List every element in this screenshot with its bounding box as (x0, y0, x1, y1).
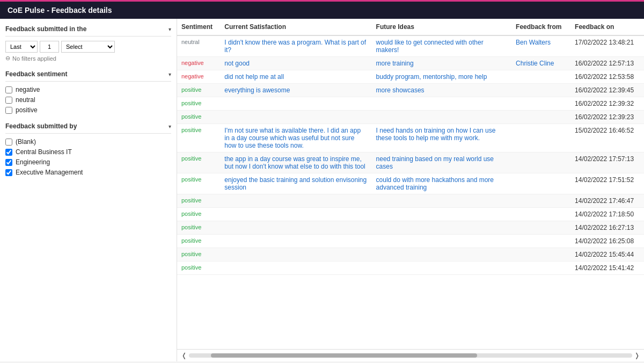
number-input[interactable] (40, 41, 59, 53)
scroll-right-arrow[interactable]: ❭ (634, 352, 640, 359)
submitted-by-checkbox-engineering[interactable] (5, 159, 12, 166)
submitted-by-label-blank: (Blank) (16, 138, 36, 146)
feedback-on-cell: 16/02/2022 12:39:23 (570, 111, 644, 124)
table-scroll-area[interactable]: SentimentCurrent SatisfactionFuture Idea… (177, 19, 644, 349)
sentiment-checkbox-label-positive: positive (16, 106, 38, 114)
future-ideas-cell (372, 111, 512, 124)
submitted-in-label: Feedback submitted in the (5, 25, 86, 33)
feedback-from-cell (511, 70, 570, 84)
scroll-thumb (211, 353, 477, 358)
sentiment-cell: neutral (177, 35, 220, 57)
sentiment-header[interactable]: Feedback sentiment ▾ (5, 70, 171, 82)
feedback-on-cell: 17/02/2022 13:48:21 (570, 35, 644, 57)
feedback-from-cell: Ben Walters (511, 35, 570, 57)
sentiment-cell: positive (177, 124, 220, 153)
sentiment-checkbox-positive[interactable] (5, 107, 12, 114)
sentiment-checkbox-neutral[interactable] (5, 97, 12, 104)
horizontal-scrollbar[interactable]: ❬ ❭ (177, 349, 644, 361)
submitted-by-chevron: ▾ (169, 124, 171, 129)
sentiment-checkbox-negative[interactable] (5, 86, 12, 93)
right-panel: SentimentCurrent SatisfactionFuture Idea… (177, 19, 644, 361)
feedback-on-cell: 14/02/2022 16:25:08 (570, 235, 644, 248)
feedback-on-cell: 14/02/2022 17:57:13 (570, 153, 644, 173)
submitted-by-checkbox-executive-management[interactable] (5, 169, 12, 176)
feedback-from-cell (511, 97, 570, 111)
title-bar: CoE Pulse - Feedback details (0, 0, 644, 19)
scroll-track[interactable] (189, 353, 632, 358)
submitted-by-label-executive-management: Executive Management (16, 169, 83, 176)
current-satisfaction-cell: enjoyed the basic training and solution … (220, 173, 371, 194)
table-row: positive14/02/2022 17:46:47 (177, 194, 644, 208)
sentiment-item-positive[interactable]: positive (5, 106, 171, 114)
feedback-on-cell: 14/02/2022 15:45:44 (570, 248, 644, 262)
current-satisfaction-cell (220, 262, 371, 275)
submitted-by-item-central-business-it[interactable]: Central Business IT (5, 148, 171, 156)
feedback-from-cell (511, 262, 570, 275)
scroll-left-arrow[interactable]: ❬ (181, 352, 187, 359)
col-header-feedbackOn: Feedback on (570, 19, 644, 35)
submitted-in-section: Feedback submitted in the ▾ Last Select … (5, 25, 171, 62)
col-header-futureIdeas: Future Ideas (372, 19, 512, 35)
future-ideas-cell (372, 262, 512, 275)
future-ideas-cell: would like to get connected with other m… (372, 35, 512, 57)
sentiment-cell: positive (177, 173, 220, 194)
sentiment-label: Feedback sentiment (5, 70, 67, 78)
sentiment-section: Feedback sentiment ▾ negativeneutralposi… (5, 70, 171, 114)
sentiment-chevron: ▾ (169, 71, 171, 77)
sentiment-cell: positive (177, 153, 220, 173)
feedback-table: SentimentCurrent SatisfactionFuture Idea… (177, 19, 644, 275)
future-ideas-cell (372, 248, 512, 262)
current-satisfaction-cell (220, 194, 371, 208)
sentiment-cell: positive (177, 221, 220, 235)
last-select[interactable]: Last (5, 41, 38, 53)
table-row: positive16/02/2022 12:39:23 (177, 111, 644, 124)
submitted-by-list: (Blank)Central Business ITEngineeringExe… (5, 138, 171, 179)
current-satisfaction-cell: I didn't know there was a program. What … (220, 35, 371, 57)
sentiment-checkbox-label-neutral: neutral (16, 96, 35, 104)
future-ideas-cell (372, 97, 512, 111)
table-row: positive14/02/2022 17:18:50 (177, 208, 644, 221)
submitted-by-item-engineering[interactable]: Engineering (5, 158, 171, 166)
future-ideas-cell: more training (372, 57, 512, 70)
future-ideas-cell (372, 221, 512, 235)
sentiment-item-neutral[interactable]: neutral (5, 96, 171, 104)
submitted-by-checkbox-central-business-it[interactable] (5, 149, 12, 156)
main-layout: Feedback submitted in the ▾ Last Select … (0, 19, 644, 361)
table-row: positive14/02/2022 15:45:44 (177, 248, 644, 262)
submitted-by-header[interactable]: Feedback submitted by ▾ (5, 122, 171, 134)
submitted-by-item-blank[interactable]: (Blank) (5, 138, 171, 146)
sentiment-cell: positive (177, 235, 220, 248)
period-select[interactable]: Select Days Weeks Months (61, 41, 115, 53)
feedback-from-cell (511, 208, 570, 221)
feedback-on-cell: 14/02/2022 16:27:13 (570, 221, 644, 235)
sentiment-cell: positive (177, 111, 220, 124)
future-ideas-cell: buddy program, mentorship, more help (372, 70, 512, 84)
col-header-sentiment: Sentiment (177, 19, 220, 35)
submitted-by-checkbox-blank[interactable] (5, 139, 12, 146)
current-satisfaction-cell: did not help me at all (220, 70, 371, 84)
submitted-in-controls: Last Select Days Weeks Months (5, 41, 171, 53)
submitted-in-chevron: ▾ (169, 26, 171, 32)
no-filters-label: No filters applied (12, 55, 56, 62)
feedback-on-cell: 15/02/2022 16:46:52 (570, 124, 644, 153)
feedback-from-cell (511, 248, 570, 262)
current-satisfaction-cell (220, 208, 371, 221)
feedback-on-cell: 14/02/2022 17:51:52 (570, 173, 644, 194)
current-satisfaction-cell (220, 111, 371, 124)
current-satisfaction-cell (220, 235, 371, 248)
sentiment-cell: positive (177, 262, 220, 275)
filter-icon: ⊖ (5, 55, 10, 62)
table-row: positive16/02/2022 12:39:32 (177, 97, 644, 111)
submitted-in-header[interactable]: Feedback submitted in the ▾ (5, 25, 171, 37)
feedback-from-cell: Christie Cline (511, 57, 570, 70)
submitted-by-item-executive-management[interactable]: Executive Management (5, 169, 171, 176)
future-ideas-cell: more showcases (372, 84, 512, 97)
sentiment-cell: positive (177, 84, 220, 97)
sentiment-item-negative[interactable]: negative (5, 86, 171, 93)
current-satisfaction-cell (220, 97, 371, 111)
feedback-on-cell: 16/02/2022 12:57:13 (570, 57, 644, 70)
current-satisfaction-cell: everything is awesome (220, 84, 371, 97)
col-header-currentSatisfaction: Current Satisfaction (220, 19, 371, 35)
feedback-on-cell: 16/02/2022 12:39:45 (570, 84, 644, 97)
current-satisfaction-cell (220, 248, 371, 262)
